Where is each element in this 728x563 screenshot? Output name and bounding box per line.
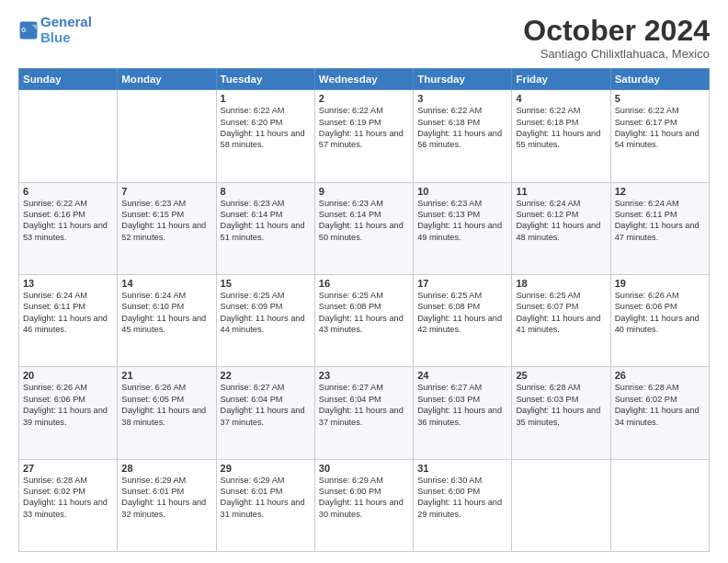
cell-content: Sunrise: 6:26 AMSunset: 6:05 PMDaylight:… <box>121 382 211 428</box>
calendar-cell: 27Sunrise: 6:28 AMSunset: 6:02 PMDayligh… <box>19 459 118 551</box>
header: G General Blue October 2024 Santiago Chi… <box>18 15 710 61</box>
day-number: 10 <box>417 186 507 197</box>
calendar-cell: 31Sunrise: 6:30 AMSunset: 6:00 PMDayligh… <box>414 459 512 551</box>
calendar-cell: 23Sunrise: 6:27 AMSunset: 6:04 PMDayligh… <box>314 367 413 459</box>
calendar-cell: 9Sunrise: 6:23 AMSunset: 6:14 PMDaylight… <box>314 182 413 274</box>
calendar-cell <box>118 90 216 182</box>
calendar-cell: 16Sunrise: 6:25 AMSunset: 6:08 PMDayligh… <box>314 274 413 366</box>
cell-content: Sunrise: 6:27 AMSunset: 6:04 PMDaylight:… <box>221 382 311 428</box>
cell-content: Sunrise: 6:24 AMSunset: 6:11 PMDaylight:… <box>615 198 705 244</box>
cell-content: Sunrise: 6:24 AMSunset: 6:11 PMDaylight:… <box>23 290 113 336</box>
calendar-cell <box>512 459 610 551</box>
calendar-week-row: 6Sunrise: 6:22 AMSunset: 6:16 PMDaylight… <box>19 182 710 274</box>
cell-content: Sunrise: 6:22 AMSunset: 6:16 PMDaylight:… <box>23 198 113 244</box>
calendar-header-row: SundayMondayTuesdayWednesdayThursdayFrid… <box>19 69 710 90</box>
cell-content: Sunrise: 6:29 AMSunset: 6:01 PMDaylight:… <box>121 475 211 521</box>
calendar-cell: 30Sunrise: 6:29 AMSunset: 6:00 PMDayligh… <box>314 459 413 551</box>
calendar-cell: 8Sunrise: 6:23 AMSunset: 6:14 PMDaylight… <box>216 182 314 274</box>
cell-content: Sunrise: 6:29 AMSunset: 6:01 PMDaylight:… <box>221 475 311 521</box>
day-number: 5 <box>615 93 705 104</box>
calendar-cell: 10Sunrise: 6:23 AMSunset: 6:13 PMDayligh… <box>414 182 512 274</box>
day-number: 27 <box>23 463 113 474</box>
calendar-cell <box>610 459 709 551</box>
day-number: 6 <box>23 186 113 197</box>
cell-content: Sunrise: 6:24 AMSunset: 6:12 PMDaylight:… <box>516 198 606 244</box>
calendar-cell: 6Sunrise: 6:22 AMSunset: 6:16 PMDaylight… <box>19 182 118 274</box>
day-number: 3 <box>417 93 507 104</box>
day-number: 17 <box>417 278 507 289</box>
calendar-week-row: 20Sunrise: 6:26 AMSunset: 6:06 PMDayligh… <box>19 367 710 459</box>
calendar-cell: 25Sunrise: 6:28 AMSunset: 6:03 PMDayligh… <box>512 367 610 459</box>
cell-content: Sunrise: 6:22 AMSunset: 6:17 PMDaylight:… <box>615 105 705 151</box>
col-header-sunday: Sunday <box>19 69 118 90</box>
day-number: 30 <box>319 463 409 474</box>
col-header-saturday: Saturday <box>610 69 709 90</box>
day-number: 18 <box>516 278 606 289</box>
cell-content: Sunrise: 6:23 AMSunset: 6:13 PMDaylight:… <box>417 198 507 244</box>
calendar-cell: 18Sunrise: 6:25 AMSunset: 6:07 PMDayligh… <box>512 274 610 366</box>
calendar-cell: 11Sunrise: 6:24 AMSunset: 6:12 PMDayligh… <box>512 182 610 274</box>
day-number: 7 <box>121 186 211 197</box>
calendar-cell: 29Sunrise: 6:29 AMSunset: 6:01 PMDayligh… <box>216 459 314 551</box>
calendar-cell: 26Sunrise: 6:28 AMSunset: 6:02 PMDayligh… <box>610 367 709 459</box>
cell-content: Sunrise: 6:28 AMSunset: 6:03 PMDaylight:… <box>516 382 606 428</box>
calendar-cell: 13Sunrise: 6:24 AMSunset: 6:11 PMDayligh… <box>19 274 118 366</box>
day-number: 9 <box>319 186 409 197</box>
day-number: 15 <box>221 278 311 289</box>
calendar-cell: 1Sunrise: 6:22 AMSunset: 6:20 PMDaylight… <box>216 90 314 182</box>
cell-content: Sunrise: 6:22 AMSunset: 6:18 PMDaylight:… <box>417 105 507 151</box>
calendar-cell: 5Sunrise: 6:22 AMSunset: 6:17 PMDaylight… <box>610 90 709 182</box>
calendar-cell: 14Sunrise: 6:24 AMSunset: 6:10 PMDayligh… <box>118 274 216 366</box>
day-number: 29 <box>221 463 311 474</box>
calendar-cell: 12Sunrise: 6:24 AMSunset: 6:11 PMDayligh… <box>610 182 709 274</box>
calendar-cell: 19Sunrise: 6:26 AMSunset: 6:06 PMDayligh… <box>610 274 709 366</box>
col-header-wednesday: Wednesday <box>314 69 413 90</box>
day-number: 4 <box>516 93 606 104</box>
cell-content: Sunrise: 6:23 AMSunset: 6:14 PMDaylight:… <box>221 198 311 244</box>
cell-content: Sunrise: 6:25 AMSunset: 6:08 PMDaylight:… <box>319 290 409 336</box>
cell-content: Sunrise: 6:30 AMSunset: 6:00 PMDaylight:… <box>417 475 507 521</box>
calendar-cell: 24Sunrise: 6:27 AMSunset: 6:03 PMDayligh… <box>414 367 512 459</box>
calendar-cell <box>19 90 118 182</box>
page: G General Blue October 2024 Santiago Chi… <box>0 0 728 563</box>
day-number: 11 <box>516 186 606 197</box>
location: Santiago Chilixtlahuaca, Mexico <box>523 47 710 61</box>
calendar-week-row: 27Sunrise: 6:28 AMSunset: 6:02 PMDayligh… <box>19 459 710 551</box>
cell-content: Sunrise: 6:25 AMSunset: 6:09 PMDaylight:… <box>221 290 311 336</box>
calendar-cell: 21Sunrise: 6:26 AMSunset: 6:05 PMDayligh… <box>118 367 216 459</box>
cell-content: Sunrise: 6:22 AMSunset: 6:20 PMDaylight:… <box>221 105 311 151</box>
cell-content: Sunrise: 6:25 AMSunset: 6:08 PMDaylight:… <box>417 290 507 336</box>
day-number: 23 <box>319 370 409 381</box>
calendar-week-row: 13Sunrise: 6:24 AMSunset: 6:11 PMDayligh… <box>19 274 710 366</box>
logo-text-block: General Blue <box>40 15 92 45</box>
day-number: 1 <box>221 93 311 104</box>
logo-icon: G <box>18 20 39 40</box>
calendar-week-row: 1Sunrise: 6:22 AMSunset: 6:20 PMDaylight… <box>19 90 710 182</box>
logo-line2: Blue <box>40 29 71 45</box>
day-number: 16 <box>319 278 409 289</box>
month-year: October 2024 <box>523 15 710 47</box>
cell-content: Sunrise: 6:28 AMSunset: 6:02 PMDaylight:… <box>615 382 705 428</box>
col-header-tuesday: Tuesday <box>216 69 314 90</box>
col-header-monday: Monday <box>118 69 216 90</box>
calendar-cell: 15Sunrise: 6:25 AMSunset: 6:09 PMDayligh… <box>216 274 314 366</box>
cell-content: Sunrise: 6:27 AMSunset: 6:04 PMDaylight:… <box>319 382 409 428</box>
calendar-cell: 3Sunrise: 6:22 AMSunset: 6:18 PMDaylight… <box>414 90 512 182</box>
calendar-cell: 4Sunrise: 6:22 AMSunset: 6:18 PMDaylight… <box>512 90 610 182</box>
cell-content: Sunrise: 6:28 AMSunset: 6:02 PMDaylight:… <box>23 475 113 521</box>
cell-content: Sunrise: 6:22 AMSunset: 6:19 PMDaylight:… <box>319 105 409 151</box>
cell-content: Sunrise: 6:26 AMSunset: 6:06 PMDaylight:… <box>615 290 705 336</box>
day-number: 21 <box>121 370 211 381</box>
cell-content: Sunrise: 6:23 AMSunset: 6:15 PMDaylight:… <box>121 198 211 244</box>
cell-content: Sunrise: 6:27 AMSunset: 6:03 PMDaylight:… <box>417 382 507 428</box>
calendar-cell: 22Sunrise: 6:27 AMSunset: 6:04 PMDayligh… <box>216 367 314 459</box>
day-number: 20 <box>23 370 113 381</box>
calendar-table: SundayMondayTuesdayWednesdayThursdayFrid… <box>18 68 710 552</box>
day-number: 22 <box>221 370 311 381</box>
day-number: 13 <box>23 278 113 289</box>
day-number: 31 <box>417 463 507 474</box>
day-number: 14 <box>121 278 211 289</box>
cell-content: Sunrise: 6:25 AMSunset: 6:07 PMDaylight:… <box>516 290 606 336</box>
cell-content: Sunrise: 6:26 AMSunset: 6:06 PMDaylight:… <box>23 382 113 428</box>
svg-text:G: G <box>21 27 26 33</box>
